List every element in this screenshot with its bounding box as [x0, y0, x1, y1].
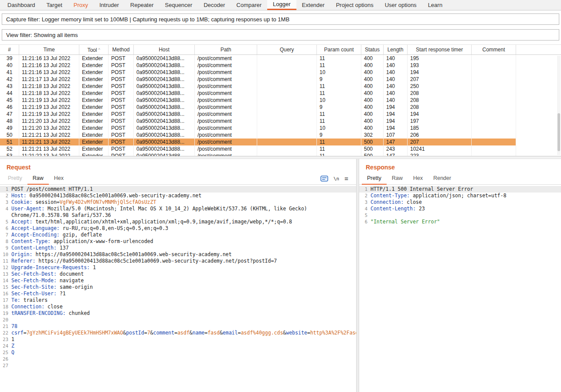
cell-method: POST	[109, 55, 134, 62]
cell-num: 42	[0, 76, 19, 83]
table-row-42[interactable]: 4211:21:17 13 Jul 2022ExtenderPOST0a9500…	[0, 76, 561, 83]
table-row-44[interactable]: 4411:21:18 13 Jul 2022ExtenderPOST0a9500…	[0, 90, 561, 97]
menu-tab-logger[interactable]: Logger	[267, 0, 296, 10]
table-row-50[interactable]: 5011:21:21 13 Jul 2022ExtenderPOST0a9500…	[0, 132, 561, 139]
table-row-53[interactable]: 5311:21:22 13 Jul 2022ExtenderPOST0a9500…	[0, 152, 561, 156]
table-row-48[interactable]: 4811:21:20 13 Jul 2022ExtenderPOST0a9500…	[0, 118, 561, 125]
sort-ascending-icon: ^	[98, 47, 100, 52]
cell-host: 0a9500020413d88...	[134, 97, 195, 104]
response-editor[interactable]: 1HTTP/1.1 500 Internal Server Error2Cont…	[359, 185, 561, 392]
table-row-49[interactable]: 4911:21:20 13 Jul 2022ExtenderPOST0a9500…	[0, 125, 561, 132]
code-line-5: 5	[359, 212, 561, 219]
cell-timer: 197	[408, 118, 472, 125]
main-tab-bar: DashboardTargetProxyIntruderRepeaterSequ…	[0, 0, 561, 10]
capture-filter-bar[interactable]: Capture filter: Logger memory limit set …	[2, 14, 559, 25]
line-number: 10	[0, 251, 11, 258]
column-header-param_count[interactable]: Param count	[317, 45, 361, 54]
cell-time: 11:21:18 13 Jul 2022	[19, 90, 79, 97]
editor-menu-icon[interactable]: ≡	[344, 176, 348, 181]
cell-tool: Extender	[79, 83, 109, 90]
cell-param_count: 9	[317, 76, 361, 83]
menu-tab-extender[interactable]: Extender	[296, 0, 330, 10]
line-number: 16	[0, 291, 11, 297]
code-line-16: 16Sec-Fetch-User: ?1	[0, 291, 356, 297]
cell-method: POST	[109, 125, 134, 132]
code-line-6: 6"Internal Server Error"	[359, 219, 561, 225]
cell-path: /post/comment	[195, 97, 257, 104]
column-header-host[interactable]: Host	[134, 45, 195, 54]
view-filter-bar[interactable]: View filter: Showing all items	[2, 29, 559, 41]
table-row-40[interactable]: 4011:21:16 13 Jul 2022ExtenderPOST0a9500…	[0, 62, 561, 69]
cell-query	[257, 76, 317, 83]
cell-query	[257, 104, 317, 111]
cell-length: 243	[384, 145, 408, 152]
cell-host: 0a9500020413d88...	[134, 76, 195, 83]
code-line-10: 10Origin: https://0a9500020413d88ac08c5c…	[0, 251, 356, 258]
column-header-time[interactable]: Time	[19, 45, 79, 54]
cell-time: 11:21:19 13 Jul 2022	[19, 97, 79, 104]
menu-tab-target[interactable]: Target	[41, 0, 68, 10]
code-line-1: 1POST /post/comment HTTP/1.1	[0, 186, 356, 193]
request-editor[interactable]: 1POST /post/comment HTTP/1.12Host: 0a950…	[0, 185, 356, 392]
column-header-num[interactable]: #	[0, 45, 19, 54]
column-header-path[interactable]: Path	[195, 45, 257, 54]
column-header-status[interactable]: Status	[361, 45, 384, 54]
table-row-43[interactable]: 4311:21:18 13 Jul 2022ExtenderPOST0a9500…	[0, 83, 561, 90]
cell-param_count: 9	[317, 104, 361, 111]
column-header-query[interactable]: Query	[257, 45, 317, 54]
panel-divider[interactable]	[356, 159, 359, 392]
cell-host: 0a9500020413d88...	[134, 111, 195, 118]
cell-query	[257, 55, 317, 62]
request-tab-raw[interactable]: Raw	[27, 173, 49, 185]
cell-tool: Extender	[79, 62, 109, 69]
table-scrollbar[interactable]	[557, 56, 561, 155]
cell-time: 11:21:21 13 Jul 2022	[19, 132, 79, 139]
cell-num: 49	[0, 125, 19, 132]
cell-query	[257, 69, 317, 76]
menu-tab-comparer[interactable]: Comparer	[231, 0, 267, 10]
cell-comment	[472, 152, 516, 156]
table-row-52[interactable]: 5211:21:21 13 Jul 2022ExtenderPOST0a9500…	[0, 145, 561, 152]
cell-tool: Extender	[79, 97, 109, 104]
menu-tab-project-options[interactable]: Project options	[330, 0, 379, 10]
table-row-47[interactable]: 4711:21:19 13 Jul 2022ExtenderPOST0a9500…	[0, 111, 561, 118]
request-tab-hex[interactable]: Hex	[49, 173, 69, 185]
response-tab-raw[interactable]: Raw	[387, 173, 408, 185]
table-row-45[interactable]: 4511:21:19 13 Jul 2022ExtenderPOST0a9500…	[0, 97, 561, 104]
cell-timer: 194	[408, 111, 472, 118]
request-tab-pretty[interactable]: Pretty	[3, 173, 27, 185]
table-row-46[interactable]: 4611:21:19 13 Jul 2022ExtenderPOST0a9500…	[0, 104, 561, 111]
code-line-23: 231	[0, 336, 356, 343]
menu-tab-decoder[interactable]: Decoder	[198, 0, 231, 10]
scrollbar-thumb[interactable]	[558, 113, 560, 151]
cell-param_count: 10	[317, 125, 361, 132]
menu-tab-repeater[interactable]: Repeater	[125, 0, 159, 10]
table-row-39[interactable]: 3911:21:16 13 Jul 2022ExtenderPOST0a9500…	[0, 55, 561, 62]
pretty-print-icon[interactable]	[320, 176, 328, 182]
cell-comment	[472, 83, 516, 90]
cell-method: POST	[109, 83, 134, 90]
cell-comment	[472, 69, 516, 76]
menu-tab-learn[interactable]: Learn	[422, 0, 448, 10]
table-row-41[interactable]: 4111:21:16 13 Jul 2022ExtenderPOST0a9500…	[0, 69, 561, 76]
column-header-timer[interactable]: Start response timer	[408, 45, 472, 54]
cell-tool: Extender	[79, 145, 109, 152]
cell-tool: Extender	[79, 69, 109, 76]
menu-tab-proxy[interactable]: Proxy	[68, 0, 94, 10]
response-tab-hex[interactable]: Hex	[408, 173, 428, 185]
menu-tab-intruder[interactable]: Intruder	[94, 0, 125, 10]
menu-tab-sequencer[interactable]: Sequencer	[159, 0, 198, 10]
table-row-51[interactable]: 5111:21:21 13 Jul 2022ExtenderPOST0a9500…	[0, 139, 561, 145]
response-tab-pretty[interactable]: Pretty	[362, 173, 387, 185]
menu-tab-dashboard[interactable]: Dashboard	[2, 0, 41, 10]
cell-host: 0a9500020413d88...	[134, 104, 195, 111]
horizontal-splitter[interactable]	[0, 156, 561, 159]
response-tab-render[interactable]: Render	[428, 173, 456, 185]
show-newlines-button[interactable]: \n	[333, 176, 339, 182]
column-header-comment[interactable]: Comment	[472, 45, 516, 54]
menu-tab-user-options[interactable]: User options	[379, 0, 422, 10]
column-header-method[interactable]: Method	[109, 45, 134, 54]
cell-host: 0a9500020413d88...	[134, 152, 195, 156]
column-header-tool[interactable]: Tool^	[79, 45, 109, 54]
column-header-length[interactable]: Length	[384, 45, 408, 54]
